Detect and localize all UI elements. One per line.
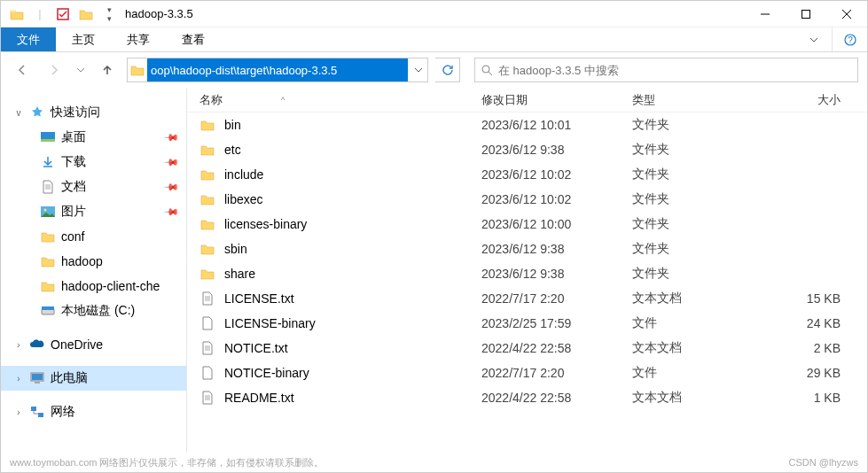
sidebar-item-hadoop[interactable]: hadoop <box>1 249 186 274</box>
address-dropdown-icon[interactable] <box>408 66 427 74</box>
file-date: 2022/7/17 2:20 <box>481 366 632 380</box>
file-date: 2023/2/25 17:59 <box>481 316 632 330</box>
sidebar-item-downloads[interactable]: 下载 📌 <box>1 150 186 174</box>
qat-dropdown-icon[interactable]: ▾▾ <box>98 4 120 25</box>
close-button[interactable] <box>826 1 867 27</box>
file-icon <box>199 315 215 331</box>
file-name: share <box>224 267 255 281</box>
search-icon <box>481 64 493 76</box>
address-input[interactable] <box>147 58 408 81</box>
file-name: LICENSE-binary <box>224 316 316 330</box>
file-name: README.txt <box>224 391 294 405</box>
svg-rect-18 <box>31 407 36 411</box>
file-row[interactable]: NOTICE.txt2022/4/22 22:58文本文档2 KB <box>187 336 867 361</box>
sidebar-item-label: 桌面 <box>61 129 86 145</box>
file-row[interactable]: bin2023/6/12 10:01文件夹 <box>187 112 867 137</box>
ribbon: 文件 主页 共享 查看 ? <box>1 27 867 52</box>
file-type: 文件夹 <box>632 191 765 207</box>
properties-icon[interactable] <box>52 4 74 25</box>
column-date[interactable]: 修改日期 <box>481 92 632 108</box>
file-row[interactable]: LICENSE.txt2022/7/17 2:20文本文档15 KB <box>187 286 867 311</box>
address-folder-icon <box>128 64 147 76</box>
file-type: 文件夹 <box>632 142 765 158</box>
ribbon-tab-share[interactable]: 共享 <box>111 27 166 51</box>
maximize-button[interactable] <box>786 1 826 27</box>
search-input[interactable] <box>498 64 852 77</box>
folder-icon <box>199 216 215 232</box>
sidebar-item-desktop[interactable]: 桌面 📌 <box>1 125 186 150</box>
folder-icon <box>199 167 215 182</box>
ribbon-expand-icon[interactable] <box>796 27 832 51</box>
minimize-button[interactable] <box>745 1 786 27</box>
window-controls <box>745 1 867 27</box>
sidebar-item-localdisk[interactable]: 本地磁盘 (C:) <box>1 299 186 323</box>
file-date: 2023/6/12 10:00 <box>481 217 632 231</box>
file-type: 文件夹 <box>632 117 765 133</box>
file-type: 文件 <box>632 365 765 381</box>
ribbon-file-tab[interactable]: 文件 <box>1 27 56 51</box>
sidebar-item-pictures[interactable]: 图片 📌 <box>1 199 186 224</box>
file-rows: bin2023/6/12 10:01文件夹etc2023/6/12 9:38文件… <box>187 112 867 410</box>
footer-left: www.toymoban.com 网络图片仅供展示，非存储，如有侵权请联系删除。 <box>10 456 324 469</box>
sidebar-quick-access[interactable]: v 快速访问 <box>1 100 186 125</box>
pin-icon: 📌 <box>162 153 179 170</box>
file-name: NOTICE.txt <box>224 341 288 355</box>
chevron-right-icon: › <box>13 340 24 350</box>
folder-icon[interactable] <box>6 4 27 25</box>
address-box[interactable] <box>127 58 428 82</box>
nav-back-button[interactable] <box>10 58 35 82</box>
sidebar-item-onedrive[interactable]: › OneDrive <box>1 332 186 357</box>
footer-watermark: www.toymoban.com 网络图片仅供展示，非存储，如有侵权请联系删除。… <box>1 453 867 472</box>
folder2-icon[interactable] <box>75 4 97 25</box>
file-name: LICENSE.txt <box>224 291 294 306</box>
pin-icon: 📌 <box>162 128 179 145</box>
svg-rect-14 <box>42 306 54 310</box>
ribbon-tab-home[interactable]: 主页 <box>56 27 111 51</box>
nav-forward-button[interactable] <box>42 58 66 82</box>
sidebar: v 快速访问 桌面 📌 下载 📌 文档 📌 图片 📌 conf <box>1 88 187 453</box>
nav-up-button[interactable] <box>95 58 120 82</box>
column-size[interactable]: 大小 <box>765 92 867 108</box>
folder-icon <box>199 266 215 282</box>
file-row[interactable]: etc2023/6/12 9:38文件夹 <box>187 137 867 162</box>
file-row[interactable]: NOTICE-binary2022/7/17 2:20文件29 KB <box>187 361 867 385</box>
chevron-right-icon: › <box>13 407 24 417</box>
file-row[interactable]: sbin2023/6/12 9:38文件夹 <box>187 237 867 261</box>
quick-access-toolbar: | ▾▾ <box>1 4 120 25</box>
file-date: 2022/4/22 22:58 <box>481 341 632 355</box>
file-row[interactable]: libexec2023/6/12 10:02文件夹 <box>187 187 867 212</box>
svg-point-7 <box>482 66 489 73</box>
chevron-right-icon: › <box>13 374 24 384</box>
ribbon-help-icon[interactable]: ? <box>832 27 867 51</box>
address-bar-row <box>1 52 867 88</box>
svg-rect-10 <box>41 139 55 142</box>
sidebar-item-documents[interactable]: 文档 📌 <box>1 174 186 199</box>
star-icon <box>29 105 45 120</box>
sidebar-item-network[interactable]: › 网络 <box>1 399 186 424</box>
column-type[interactable]: 类型 <box>632 92 765 108</box>
ribbon-tab-view[interactable]: 查看 <box>166 27 221 51</box>
column-name[interactable]: 名称 ^ <box>187 92 481 108</box>
sidebar-item-thispc[interactable]: › 此电脑 <box>1 366 186 391</box>
sidebar-item-hadoop-client[interactable]: hadoop-client-che <box>1 274 186 299</box>
refresh-button[interactable] <box>435 58 460 82</box>
file-row[interactable]: LICENSE-binary2023/2/25 17:59文件24 KB <box>187 311 867 336</box>
file-icon <box>199 390 215 406</box>
search-box[interactable] <box>474 58 858 82</box>
file-size: 15 KB <box>765 291 867 306</box>
chevron-down-icon: v <box>13 108 24 118</box>
folder-icon <box>40 229 56 244</box>
svg-rect-2 <box>802 10 810 18</box>
file-type: 文件夹 <box>632 266 765 282</box>
column-name-label: 名称 <box>199 92 223 108</box>
sidebar-item-label: 网络 <box>51 404 75 420</box>
file-row[interactable]: include2023/6/12 10:02文件夹 <box>187 162 867 187</box>
svg-rect-16 <box>32 374 43 380</box>
sidebar-item-label: hadoop <box>61 254 103 268</box>
file-size: 24 KB <box>765 316 867 330</box>
file-row[interactable]: README.txt2022/4/22 22:58文本文档1 KB <box>187 385 867 410</box>
sidebar-item-conf[interactable]: conf <box>1 224 186 249</box>
nav-recent-icon[interactable] <box>74 58 88 82</box>
file-row[interactable]: share2023/6/12 9:38文件夹 <box>187 261 867 286</box>
file-row[interactable]: licenses-binary2023/6/12 10:00文件夹 <box>187 212 867 237</box>
